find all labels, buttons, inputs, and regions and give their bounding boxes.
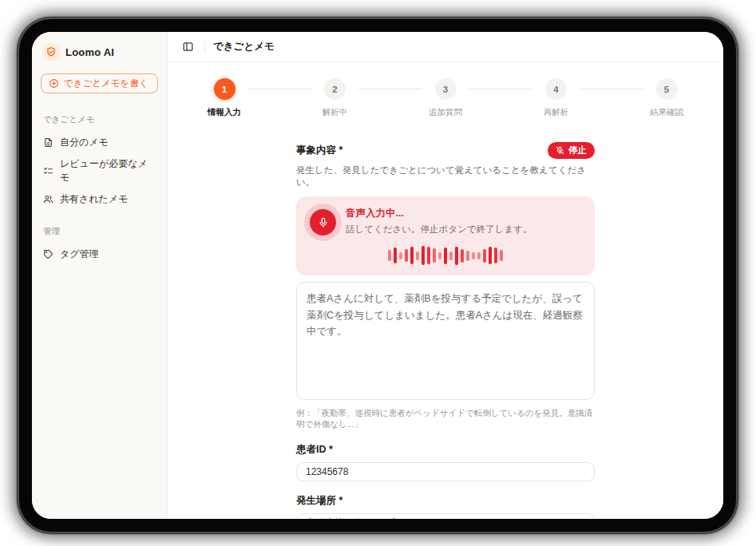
waveform-bar bbox=[477, 252, 481, 259]
main-area: できごとメモ 1 情報入力 2 解析中 bbox=[168, 32, 723, 519]
page: Loomo AI できごとメモを書く できごとメモ bbox=[0, 0, 756, 546]
waveform-bar bbox=[427, 247, 430, 264]
sidebar-section-admin: 管理 タグ管理 bbox=[41, 226, 158, 265]
step-label: 結果確認 bbox=[650, 107, 683, 118]
waveform-bar bbox=[472, 252, 475, 259]
waveform-bar bbox=[422, 246, 425, 265]
sidebar-item-shared-memos[interactable]: 共有されたメモ bbox=[41, 188, 158, 210]
file-text-icon bbox=[43, 137, 53, 148]
list-checks-icon bbox=[43, 166, 53, 176]
sidebar-item-label: 自分のメモ bbox=[60, 136, 109, 149]
waveform-bar bbox=[500, 250, 503, 261]
voice-status-text: 音声入力中... bbox=[346, 207, 532, 220]
waveform-bar bbox=[483, 249, 486, 263]
circle-plus-icon bbox=[49, 78, 59, 89]
topbar-divider bbox=[204, 41, 205, 53]
step-number: 3 bbox=[435, 78, 457, 100]
sidebar-item-review-memos[interactable]: レビューが必要なメモ bbox=[41, 153, 158, 188]
step-1-info-input: 1 情報入力 bbox=[201, 78, 247, 118]
step-label: 情報入力 bbox=[208, 107, 241, 118]
incident-content-label: 事象内容 * bbox=[296, 144, 342, 157]
incident-content-description: 発生した、発見したできごとについて覚えていることを教えてください。 bbox=[296, 164, 595, 188]
sidebar-item-tag-admin[interactable]: タグ管理 bbox=[41, 243, 158, 265]
app-name: Loomo AI bbox=[65, 46, 114, 58]
users-icon bbox=[43, 194, 53, 204]
panel-left-icon bbox=[182, 41, 194, 53]
app-screen: Loomo AI できごとメモを書く できごとメモ bbox=[32, 32, 723, 519]
incident-example-text: 例：「夜勤帯、巡視時に患者がベッドサイドで転倒しているのを発見。意識清明で外傷な… bbox=[296, 408, 595, 430]
waveform-bar bbox=[410, 247, 414, 264]
tag-icon bbox=[43, 249, 53, 259]
sidebar-toggle-button[interactable] bbox=[179, 38, 196, 56]
waveform-bar bbox=[433, 248, 436, 263]
step-connector bbox=[247, 89, 312, 89]
waveform-bar bbox=[405, 249, 408, 262]
sidebar-item-label: タグ管理 bbox=[60, 247, 99, 261]
patient-id-input[interactable] bbox=[296, 462, 595, 481]
step-number: 2 bbox=[324, 78, 346, 100]
step-5-result-confirm: 5 結果確認 bbox=[643, 78, 690, 118]
waveform-bar bbox=[444, 247, 447, 264]
step-number: 4 bbox=[545, 78, 567, 100]
location-label: 発生場所 * bbox=[296, 494, 595, 508]
step-connector bbox=[469, 89, 533, 89]
voice-input-panel: 音声入力中... 話してください。停止ボタンで終了します。 bbox=[296, 196, 595, 275]
step-number: 5 bbox=[656, 78, 678, 100]
sidebar-item-label: 共有されたメモ bbox=[60, 192, 128, 206]
incident-label-row: 事象内容 * 停止 bbox=[296, 142, 595, 159]
waveform-bar bbox=[455, 247, 458, 265]
stop-recording-button[interactable]: 停止 bbox=[548, 142, 595, 159]
step-connector bbox=[358, 89, 423, 89]
app-logo: Loomo AI bbox=[41, 42, 158, 62]
voice-hint-text: 話してください。停止ボタンで終了します。 bbox=[346, 224, 532, 235]
voice-input-texts: 音声入力中... 話してください。停止ボタンで終了します。 bbox=[346, 207, 532, 235]
shield-logo-icon bbox=[42, 43, 60, 61]
patient-id-field-group: 患者ID * bbox=[296, 443, 595, 481]
step-4-reanalysis: 4 再解析 bbox=[533, 78, 580, 118]
topbar: できごとメモ bbox=[168, 32, 723, 62]
waveform-bar bbox=[461, 249, 464, 263]
patient-id-label: 患者ID * bbox=[296, 443, 595, 457]
step-number: 1 bbox=[214, 78, 236, 100]
mic-off-icon bbox=[556, 146, 564, 155]
stop-button-label: 停止 bbox=[568, 144, 587, 156]
sidebar-section-memos: できごとメモ 自分のメモ bbox=[41, 114, 158, 210]
sidebar-section-title: できごとメモ bbox=[41, 114, 158, 125]
voice-waveform bbox=[307, 245, 584, 266]
mic-icon bbox=[310, 209, 336, 235]
new-memo-button[interactable]: できごとメモを書く bbox=[41, 73, 158, 93]
incident-form: 事象内容 * 停止 発生した、 bbox=[296, 142, 595, 519]
waveform-bar bbox=[489, 247, 492, 264]
step-connector bbox=[580, 89, 644, 89]
location-input[interactable] bbox=[296, 513, 595, 519]
stepper: 1 情報入力 2 解析中 3 追加質問 bbox=[168, 62, 723, 118]
new-memo-button-label: できごとメモを書く bbox=[64, 77, 148, 89]
location-field-group: 発生場所 * bbox=[296, 494, 595, 519]
page-title: できごとメモ bbox=[213, 40, 275, 53]
incident-content-textarea[interactable]: 患者Aさんに対して、薬剤Bを投与する予定でしたが、誤って薬剤Cを投与してしまいま… bbox=[296, 282, 595, 400]
waveform-bar bbox=[394, 247, 397, 263]
sidebar: Loomo AI できごとメモを書く できごとメモ bbox=[32, 32, 168, 519]
step-label: 再解析 bbox=[544, 107, 569, 118]
content: 1 情報入力 2 解析中 3 追加質問 bbox=[168, 62, 723, 519]
waveform-bar bbox=[494, 247, 497, 263]
step-label: 解析中 bbox=[323, 107, 348, 118]
waveform-bar bbox=[449, 251, 453, 260]
voice-input-header: 音声入力中... 話してください。停止ボタンで終了します。 bbox=[307, 207, 584, 235]
tablet-frame: Loomo AI できごとメモを書く できごとメモ bbox=[18, 18, 738, 533]
step-3-additional-questions: 3 追加質問 bbox=[422, 78, 469, 118]
step-2-analyzing: 2 解析中 bbox=[312, 78, 358, 118]
waveform-bar bbox=[466, 251, 469, 261]
sidebar-item-label: レビューが必要なメモ bbox=[60, 157, 156, 184]
sidebar-section-title: 管理 bbox=[41, 226, 158, 237]
step-label: 追加質問 bbox=[429, 107, 462, 118]
waveform-bar bbox=[399, 252, 402, 259]
waveform-bar bbox=[438, 252, 441, 259]
waveform-bar bbox=[388, 250, 391, 261]
sidebar-item-my-memos[interactable]: 自分のメモ bbox=[41, 132, 158, 153]
waveform-bar bbox=[416, 251, 419, 260]
